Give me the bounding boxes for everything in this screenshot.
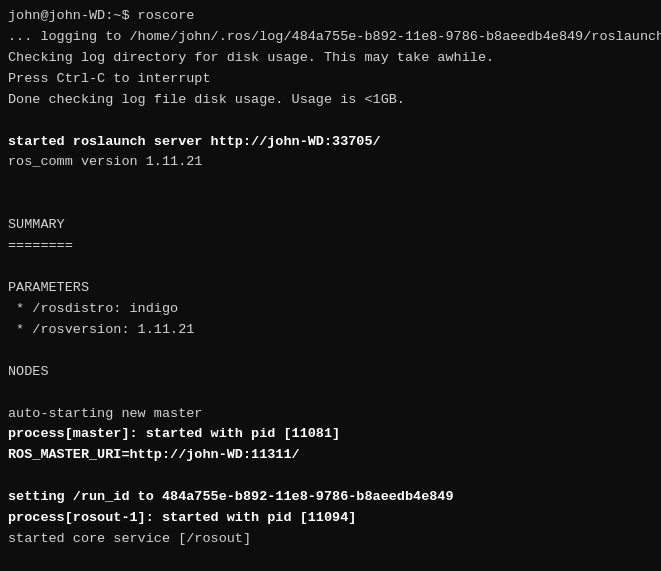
terminal-line-done: Done checking log file disk usage. Usage…	[8, 90, 653, 111]
terminal-line-empty2	[8, 173, 653, 194]
terminal-line-empty3	[8, 194, 653, 215]
terminal-line-ros-comm: ros_comm version 1.11.21	[8, 152, 653, 173]
terminal-line-nodes: NODES	[8, 362, 653, 383]
terminal-line-setting: setting /run_id to 484a755e-b892-11e8-97…	[8, 487, 653, 508]
terminal-line-process-master: process[master]: started with pid [11081…	[8, 424, 653, 445]
terminal-line-empty7	[8, 466, 653, 487]
terminal-line-log-line: ... logging to /home/john/.ros/log/484a7…	[8, 27, 653, 48]
terminal-line-press: Press Ctrl-C to interrupt	[8, 69, 653, 90]
terminal-line-empty4	[8, 257, 653, 278]
terminal-line-empty6	[8, 383, 653, 404]
terminal-line-rosdistro: * /rosdistro: indigo	[8, 299, 653, 320]
terminal-window: john@john-WD:~$ roscore... logging to /h…	[0, 0, 661, 571]
terminal-line-empty5	[8, 341, 653, 362]
terminal-line-auto-starting: auto-starting new master	[8, 404, 653, 425]
terminal-line-summary: SUMMARY	[8, 215, 653, 236]
terminal-line-checking: Checking log directory for disk usage. T…	[8, 48, 653, 69]
terminal-line-parameters: PARAMETERS	[8, 278, 653, 299]
terminal-line-prompt: john@john-WD:~$ roscore	[8, 6, 653, 27]
terminal-line-cursor	[8, 550, 653, 571]
terminal-line-ros-master-uri: ROS_MASTER_URI=http://john-WD:11311/	[8, 445, 653, 466]
terminal-line-process-rosout: process[rosout-1]: started with pid [110…	[8, 508, 653, 529]
terminal-line-empty1	[8, 111, 653, 132]
terminal-line-started: started roslaunch server http://john-WD:…	[8, 132, 653, 153]
terminal-line-equals: ========	[8, 236, 653, 257]
terminal-line-rosversion: * /rosversion: 1.11.21	[8, 320, 653, 341]
terminal-line-started-core: started core service [/rosout]	[8, 529, 653, 550]
